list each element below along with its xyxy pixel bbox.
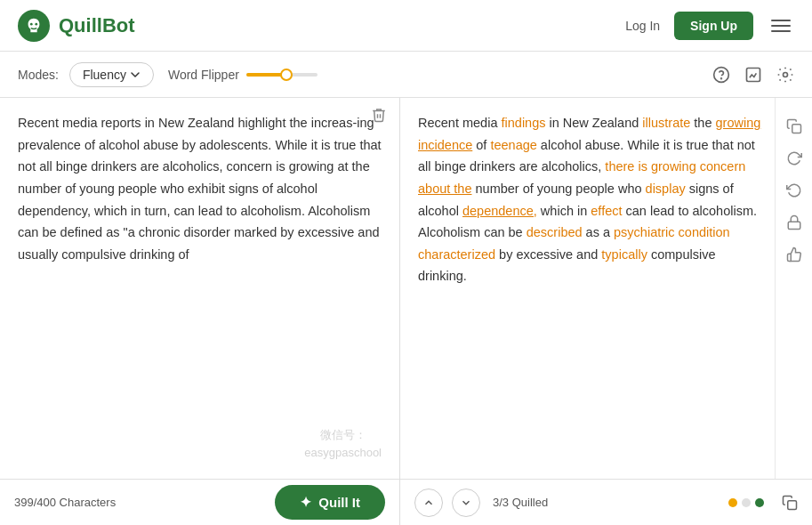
highlight-typically: typically	[601, 247, 647, 262]
right-footer: 3/3 Quilled	[400, 479, 812, 525]
signup-button[interactable]: Sign Up	[674, 12, 753, 40]
menu-button[interactable]	[768, 16, 794, 36]
svg-point-1	[35, 22, 37, 25]
highlight-about-the: about the	[418, 182, 471, 196]
trash-icon	[371, 107, 387, 123]
copy-output-button[interactable]	[782, 495, 798, 511]
copy-icon	[786, 118, 802, 134]
highlight-described: described	[527, 225, 583, 239]
copy-text-button[interactable]	[780, 112, 808, 141]
svg-point-3	[721, 77, 722, 78]
main-content: Recent media reports in New Zealand high…	[0, 98, 812, 525]
modes-label: Modes:	[18, 68, 59, 82]
toolbar: Modes: Fluency Word Flipper	[0, 52, 812, 98]
navigate-down-button[interactable]	[452, 489, 480, 517]
highlight-display: display	[646, 182, 686, 196]
highlight-dependence: dependence,	[462, 204, 537, 218]
analytics-icon	[744, 66, 762, 84]
logo-text: QuillBot	[59, 14, 135, 37]
word-flipper-area: Word Flipper	[168, 68, 318, 82]
help-icon	[712, 66, 730, 84]
delete-button[interactable]	[371, 107, 387, 125]
refresh-button[interactable]	[780, 144, 808, 173]
fluency-button[interactable]: Fluency	[69, 62, 154, 87]
undo-icon	[786, 182, 802, 198]
highlight-growing-incidence: growing incidence	[418, 116, 760, 152]
analytics-button[interactable]	[744, 66, 762, 84]
login-button[interactable]: Log In	[625, 19, 660, 33]
logo-icon	[18, 10, 50, 42]
highlight-effect: effect	[591, 204, 622, 218]
gear-icon	[776, 66, 794, 84]
left-text-area[interactable]: Recent media reports in New Zealand high…	[0, 98, 399, 479]
svg-rect-4	[747, 68, 760, 81]
help-button[interactable]	[712, 66, 730, 84]
chevron-up-icon	[422, 497, 435, 509]
word-flipper-label: Word Flipper	[168, 68, 239, 82]
right-sidebar	[775, 98, 812, 479]
right-panel: Recent media findings in New Zealand ill…	[400, 98, 812, 525]
char-count: 399/400 Characters	[14, 496, 116, 509]
fluency-label: Fluency	[83, 68, 126, 82]
quilled-count: 3/3 Quilled	[493, 496, 548, 509]
word-flipper-slider[interactable]	[246, 73, 318, 77]
highlight-there-is: there is growing concern	[605, 159, 745, 174]
lock-icon	[786, 214, 802, 230]
navigate-up-button[interactable]	[414, 489, 443, 517]
chevron-down-icon	[460, 497, 472, 509]
right-output-text: Recent media findings in New Zealand ill…	[418, 112, 762, 287]
left-panel: Recent media reports in New Zealand high…	[0, 98, 400, 525]
thumbsup-button[interactable]	[780, 240, 808, 269]
svg-point-0	[30, 22, 33, 25]
left-footer: 399/400 Characters ✦ Quill It	[0, 479, 399, 525]
copy-output-icon	[782, 495, 798, 511]
left-input-text: Recent media reports in New Zealand high…	[18, 112, 382, 265]
right-text-area: Recent media findings in New Zealand ill…	[400, 98, 812, 479]
svg-rect-8	[788, 500, 797, 509]
lock-button[interactable]	[780, 208, 808, 237]
menu-line	[771, 20, 791, 21]
header: QuillBot Log In Sign Up	[0, 0, 812, 52]
dot-3	[755, 498, 764, 507]
chevron-down-icon	[130, 69, 141, 80]
dot-2	[742, 498, 751, 507]
slider-thumb	[280, 69, 293, 81]
highlight-findings: findings	[502, 116, 546, 130]
watermark: 微信号： easygpaschool	[304, 426, 382, 461]
menu-line	[771, 25, 791, 27]
svg-rect-6	[792, 125, 800, 133]
header-right: Log In Sign Up	[625, 12, 794, 40]
thumbsup-icon	[786, 246, 802, 262]
refresh-icon	[786, 150, 802, 166]
dots-area	[728, 498, 764, 507]
quill-it-button[interactable]: ✦ Quill It	[275, 485, 385, 520]
undo-button[interactable]	[780, 176, 808, 205]
logo-area: QuillBot	[18, 10, 135, 42]
highlight-illustrate: illustrate	[642, 116, 690, 130]
quill-it-label: Quill It	[318, 495, 360, 510]
highlight-teenage: teenage	[490, 138, 536, 152]
quill-icon: ✦	[300, 494, 311, 511]
svg-rect-7	[788, 222, 800, 229]
svg-point-5	[784, 72, 788, 77]
settings-button[interactable]	[776, 66, 794, 84]
menu-line	[771, 30, 791, 32]
toolbar-right	[712, 66, 794, 84]
dot-1	[728, 498, 737, 507]
